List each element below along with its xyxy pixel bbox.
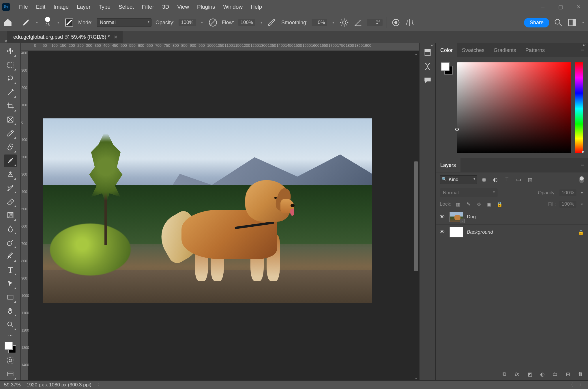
workspace-caret-icon[interactable]: ▾ <box>581 21 585 25</box>
flow-caret-icon[interactable]: ▾ <box>259 21 263 25</box>
menu-3d[interactable]: 3D <box>158 0 173 14</box>
adjustment-layer-icon[interactable]: ◐ <box>539 371 546 377</box>
hue-slider[interactable] <box>575 62 583 153</box>
new-layer-icon[interactable]: ⊞ <box>564 371 571 377</box>
menu-view[interactable]: View <box>173 0 193 14</box>
layer-blend-mode-dropdown[interactable]: Normal <box>440 189 497 197</box>
search-icon[interactable] <box>553 18 563 27</box>
status-scroll-left-icon[interactable]: 〈 <box>568 381 573 388</box>
layer-opacity-caret-icon[interactable]: ▾ <box>580 191 584 195</box>
filter-shape-icon[interactable]: ▭ <box>515 176 522 183</box>
tab-color[interactable]: Color <box>436 43 457 57</box>
layers-panel-menu-icon[interactable]: ≡ <box>577 162 588 168</box>
delete-layer-icon[interactable]: 🗑 <box>577 371 584 377</box>
pen-tool-icon[interactable] <box>4 250 17 263</box>
panel-foreground-color-swatch[interactable] <box>441 62 450 71</box>
canvas-area[interactable]: 0501001502002503003504004505005506006507… <box>21 43 419 380</box>
layer-visibility-icon[interactable]: 👁 <box>440 214 446 220</box>
filter-pixel-icon[interactable]: ▦ <box>480 176 488 183</box>
blur-tool-icon[interactable] <box>4 223 17 235</box>
menu-layer[interactable]: Layer <box>73 0 95 14</box>
menu-image[interactable]: Image <box>49 0 73 14</box>
collapse-panels-icon[interactable]: ›› <box>583 42 586 47</box>
path-selection-tool-icon[interactable] <box>4 277 17 290</box>
zoom-level[interactable]: 59.37% <box>4 382 21 388</box>
filter-adjustment-icon[interactable]: ◐ <box>492 176 499 183</box>
share-button[interactable]: Share <box>524 18 549 27</box>
tab-layers[interactable]: Layers <box>436 158 460 172</box>
layer-list[interactable]: 👁 ▫ Dog 👁 Background 🔒 <box>436 209 588 368</box>
blend-mode-dropdown[interactable]: Normal <box>97 18 151 27</box>
airbrush-icon[interactable] <box>267 18 277 27</box>
scroll-down-icon[interactable]: ▾ <box>415 376 417 380</box>
layer-row[interactable]: 👁 ▫ Dog <box>436 209 588 225</box>
collapse-strip-icon[interactable]: ‹‹ <box>431 43 434 47</box>
foreground-background-colors[interactable] <box>5 342 16 353</box>
tab-gradients[interactable]: Gradients <box>489 43 521 57</box>
opacity-value[interactable]: 100% <box>179 19 196 26</box>
smoothing-caret-icon[interactable]: ▾ <box>331 21 335 25</box>
home-icon[interactable] <box>3 18 13 27</box>
close-tab-icon[interactable]: ✕ <box>114 34 117 40</box>
brush-preset-picker[interactable]: 26 <box>43 17 52 28</box>
layer-mask-icon[interactable]: ◩ <box>526 371 533 377</box>
color-fgbg-swatch[interactable] <box>441 62 453 75</box>
menu-type[interactable]: Type <box>95 0 115 14</box>
layer-opacity-value[interactable]: 100% <box>559 189 576 196</box>
layer-filter-kind-dropdown[interactable]: Kind <box>440 175 477 184</box>
magic-wand-tool-icon[interactable] <box>4 86 17 98</box>
layer-thumbnail[interactable] <box>450 227 463 237</box>
window-close-icon[interactable]: ✕ <box>574 4 583 10</box>
menu-edit[interactable]: Edit <box>32 0 50 14</box>
brush-preset-caret-icon[interactable]: ▾ <box>56 21 60 25</box>
color-picker-cursor-icon[interactable] <box>455 128 459 131</box>
lasso-tool-icon[interactable] <box>4 72 17 85</box>
type-tool-icon[interactable] <box>4 264 17 276</box>
brush-tool-icon[interactable] <box>4 155 17 167</box>
history-brush-tool-icon[interactable] <box>4 182 17 194</box>
properties-panel-icon[interactable] <box>423 62 432 71</box>
rectangle-tool-icon[interactable] <box>4 291 17 304</box>
pressure-opacity-icon[interactable] <box>208 18 218 27</box>
tool-preset-caret-icon[interactable]: ▾ <box>35 21 39 25</box>
frame-tool-icon[interactable] <box>4 113 17 126</box>
menu-file[interactable]: File <box>15 0 32 14</box>
tab-swatches[interactable]: Swatches <box>457 43 489 57</box>
quick-mask-icon[interactable] <box>4 354 17 367</box>
angle-icon[interactable] <box>353 18 363 27</box>
flow-value[interactable]: 100% <box>238 19 255 26</box>
layer-fill-value[interactable]: 100% <box>559 201 576 208</box>
menu-select[interactable]: Select <box>115 0 138 14</box>
lock-artboard-icon[interactable]: ▣ <box>486 201 493 207</box>
expand-toolbar-icon[interactable]: ›› <box>5 38 8 43</box>
menu-help[interactable]: Help <box>247 0 266 14</box>
ruler-vertical[interactable]: 400 300 200 100 0 100 200 300 400 500 60… <box>21 51 28 380</box>
lock-pixels-icon[interactable]: ✎ <box>465 201 472 207</box>
layer-group-icon[interactable]: 🗀 <box>552 371 559 377</box>
layer-fill-caret-icon[interactable]: ▾ <box>580 202 584 206</box>
comments-panel-icon[interactable] <box>423 76 432 85</box>
screen-mode-icon[interactable] <box>4 368 17 380</box>
marquee-tool-icon[interactable] <box>4 59 17 71</box>
pressure-size-icon[interactable] <box>391 18 401 27</box>
ruler-horizontal[interactable]: 0501001502002503003504004505005506006507… <box>28 43 419 51</box>
zoom-tool-icon[interactable] <box>4 318 17 331</box>
filter-type-icon[interactable]: T <box>503 177 511 183</box>
eraser-tool-icon[interactable] <box>4 195 17 208</box>
dodge-tool-icon[interactable] <box>4 236 17 249</box>
menu-filter[interactable]: Filter <box>138 0 158 14</box>
move-tool-icon[interactable] <box>4 45 17 57</box>
eyedropper-tool-icon[interactable] <box>4 127 17 139</box>
crop-tool-icon[interactable] <box>4 100 17 112</box>
opacity-caret-icon[interactable]: ▾ <box>200 21 204 25</box>
symmetry-icon[interactable] <box>405 18 415 27</box>
vertical-scrollbar[interactable]: ▴ ▾ <box>413 52 419 380</box>
brush-settings-icon[interactable] <box>64 18 74 27</box>
status-caret-icon[interactable]: 〉 <box>97 381 102 388</box>
layer-name[interactable]: Dog <box>467 214 476 220</box>
scrollbar-thumb[interactable] <box>414 161 418 271</box>
scroll-up-icon[interactable]: ▴ <box>415 52 417 56</box>
layer-style-icon[interactable]: fx <box>514 371 520 377</box>
layer-name[interactable]: Background <box>467 229 493 235</box>
document-tab[interactable]: edu.gcfglobal.org.psd @ 59.4% (RGB/8) * … <box>7 31 123 43</box>
